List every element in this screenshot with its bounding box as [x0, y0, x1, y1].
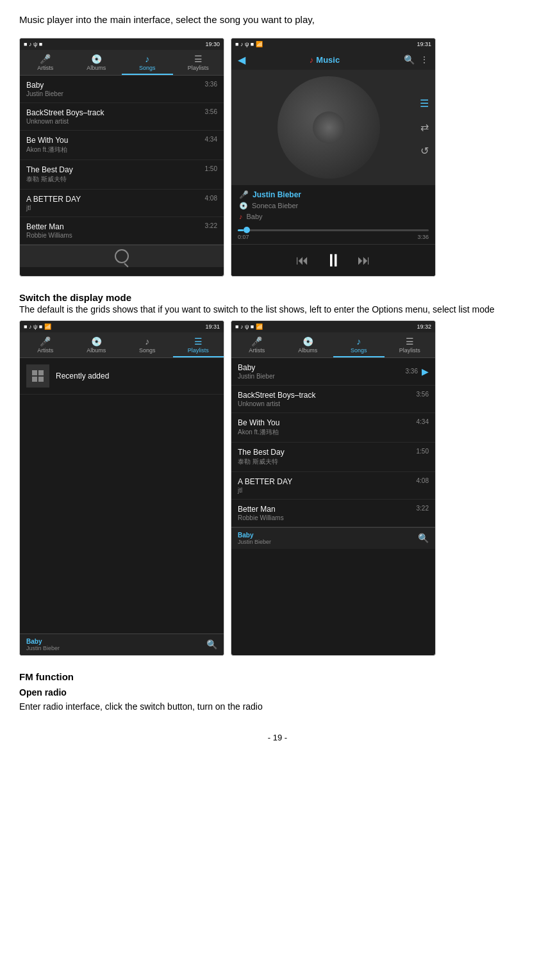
- list-item[interactable]: Baby Justin Bieber 3:36: [20, 76, 224, 103]
- song-artist: Robbie Williams: [26, 232, 205, 239]
- next-button[interactable]: ⏭: [358, 253, 370, 268]
- pause-button[interactable]: ⏸: [324, 250, 342, 271]
- song-duration: 4:08: [417, 477, 429, 484]
- tab-bar-4[interactable]: 🎤 Artists 💿 Albums ♪ Songs ☰ Playlists: [231, 332, 435, 358]
- play-arrow-icon[interactable]: ▶: [422, 366, 429, 377]
- song-duration: 3:22: [417, 505, 429, 512]
- previous-button[interactable]: ⏮: [296, 253, 309, 268]
- song-artist: Justin Bieber: [26, 90, 205, 97]
- album-art-area: ☰ ⇄ ↺: [231, 70, 435, 185]
- playlists-icon-3: ☰: [174, 336, 223, 347]
- mic-icon: 🎤: [239, 190, 249, 199]
- time-1: 19:30: [205, 41, 220, 47]
- list-item[interactable]: A BETTER DAY jtl 4:08: [20, 190, 224, 217]
- tab-artists-3[interactable]: 🎤 Artists: [20, 332, 71, 357]
- song-artist: Akon ft.潘玮柏: [26, 145, 205, 154]
- tab-albums-1[interactable]: 💿 Albums: [71, 50, 122, 75]
- search-icon-1[interactable]: [115, 249, 129, 263]
- list-item[interactable]: The Best Day 泰勒 斯威夫特 1:50: [231, 443, 435, 472]
- bp-search-3[interactable]: 🔍: [206, 639, 217, 649]
- music-icon: ♪: [310, 55, 314, 65]
- progress-bar-area: 0:07 3:36: [231, 225, 435, 244]
- empty-playlists-area: [20, 537, 224, 633]
- tab-songs-label-4: Songs: [351, 347, 367, 354]
- status-icons-3: ■ ♪ ψ ■ 📶: [24, 323, 51, 330]
- song-info: Better Man Robbie Williams: [26, 222, 205, 239]
- list-item[interactable]: The Best Day 泰勒 斯威夫特 1:50: [20, 160, 224, 190]
- song-info: Be With You Akon ft.潘玮柏: [238, 418, 417, 437]
- tab-playlists-1[interactable]: ☰ Playlists: [173, 50, 224, 75]
- tab-albums-label-4: Albums: [298, 347, 317, 354]
- screen-songs-list-2: ■ ♪ ψ ■ 📶 19:32 🎤 Artists 💿 Albums ♪ Son…: [231, 320, 436, 656]
- list-item[interactable]: A BETTER DAY jtl 4:08: [231, 472, 435, 500]
- artist-name: Justin Bieber: [253, 190, 301, 199]
- status-icons-2: ■ ♪ ψ ■ 📶: [235, 41, 263, 47]
- progress-times: 0:07 3:36: [238, 234, 429, 240]
- albums-icon-4: 💿: [284, 336, 333, 347]
- tab-bar-1[interactable]: 🎤 Artists 💿 Albums ♪ Songs ☰ Playlists: [20, 50, 224, 76]
- tab-artists-label-1: Artists: [37, 65, 53, 71]
- side-controls[interactable]: ☰ ⇄ ↺: [420, 97, 429, 157]
- playback-controls[interactable]: ⏮ ⏸ ⏭: [231, 244, 435, 276]
- song-title: Be With You: [26, 136, 205, 145]
- tab-songs-3[interactable]: ♪ Songs: [122, 332, 173, 357]
- tab-playlists-4[interactable]: ☰ Playlists: [385, 332, 436, 357]
- song-duration: 3:56: [205, 108, 217, 115]
- svg-rect-0: [32, 370, 37, 375]
- list-item[interactable]: Be With You Akon ft.潘玮柏 4:34: [231, 413, 435, 443]
- song-duration: 4:34: [417, 418, 429, 425]
- tab-songs-label-1: Songs: [139, 65, 156, 71]
- now-playing-header: ◀ ♪ Music 🔍 ⋮: [231, 50, 435, 70]
- list-icon[interactable]: ☰: [420, 97, 429, 110]
- back-button[interactable]: ◀: [238, 54, 245, 66]
- progress-fill: [238, 229, 244, 231]
- total-time: 3:36: [417, 234, 429, 240]
- song-artist: Robbie Williams: [238, 514, 417, 521]
- tab-albums-label-3: Albums: [87, 347, 106, 354]
- tab-artists-1[interactable]: 🎤 Artists: [20, 50, 71, 75]
- bottom-player-4: Baby Justin Bieber 🔍: [231, 527, 435, 549]
- bp-search-4[interactable]: 🔍: [418, 533, 429, 543]
- tab-albums-3[interactable]: 💿 Albums: [71, 332, 122, 357]
- song-artist: 泰勒 斯威夫特: [26, 175, 205, 184]
- svg-rect-1: [38, 370, 44, 375]
- song-info: BackStreet Boys–track Unknown artist: [26, 108, 205, 125]
- tab-artists-4[interactable]: 🎤 Artists: [231, 332, 283, 357]
- status-bar-1: ■ ♪ ψ ■ 19:30: [20, 38, 224, 50]
- list-item[interactable]: Be With You Akon ft.潘玮柏 4:34: [20, 131, 224, 160]
- song-info: A BETTER DAY jtl: [238, 477, 417, 494]
- list-item[interactable]: BackStreet Boys–track Unknown artist 3:5…: [231, 386, 435, 413]
- list-item[interactable]: Baby Justin Bieber 3:36 ▶: [231, 358, 435, 386]
- shuffle-icon[interactable]: ⇄: [420, 121, 429, 133]
- screenshots-row-1: ■ ♪ ψ ■ 19:30 🎤 Artists 💿 Albums ♪ Songs…: [19, 38, 536, 277]
- list-item[interactable]: BackStreet Boys–track Unknown artist 3:5…: [20, 103, 224, 131]
- recently-added-item[interactable]: Recently added: [20, 358, 224, 395]
- list-item[interactable]: Better Man Robbie Williams 3:22: [231, 500, 435, 527]
- more-icon-np[interactable]: ⋮: [420, 54, 429, 65]
- song-info: Baby Justin Bieber: [26, 81, 205, 97]
- tab-albums-4[interactable]: 💿 Albums: [283, 332, 334, 357]
- open-radio-body: Enter radio interface, click the switch …: [19, 700, 536, 714]
- progress-thumb[interactable]: [244, 227, 250, 233]
- switch-mode-section: Switch the display mode The default is t…: [19, 292, 536, 316]
- search-bar-1[interactable]: [20, 245, 224, 267]
- song-info: BackStreet Boys–track Unknown artist: [238, 391, 417, 407]
- list-item[interactable]: Better Man Robbie Williams 3:22: [20, 217, 224, 245]
- tab-songs-1[interactable]: ♪ Songs: [122, 50, 173, 75]
- search-icon-np[interactable]: 🔍: [404, 54, 415, 65]
- tab-playlists-3[interactable]: ☰ Playlists: [173, 332, 224, 357]
- album-art-inner: [313, 111, 345, 143]
- artists-icon-1: 🎤: [21, 54, 70, 64]
- artists-icon-4: 🎤: [233, 336, 281, 347]
- now-playing-title: ♪ Music: [310, 55, 340, 65]
- tab-songs-4[interactable]: ♪ Songs: [333, 332, 385, 357]
- song-artist: Justin Bieber: [238, 373, 406, 380]
- open-radio-heading: Open radio: [19, 687, 536, 698]
- tab-bar-3[interactable]: 🎤 Artists 💿 Albums ♪ Songs ☰ Playlists: [20, 332, 224, 358]
- song-artist: 泰勒 斯威夫特: [238, 457, 417, 466]
- progress-bar[interactable]: [238, 229, 429, 231]
- svg-rect-2: [32, 377, 37, 382]
- repeat-icon[interactable]: ↺: [420, 145, 429, 157]
- song-title: A BETTER DAY: [238, 477, 417, 486]
- albums-icon-1: 💿: [72, 54, 121, 64]
